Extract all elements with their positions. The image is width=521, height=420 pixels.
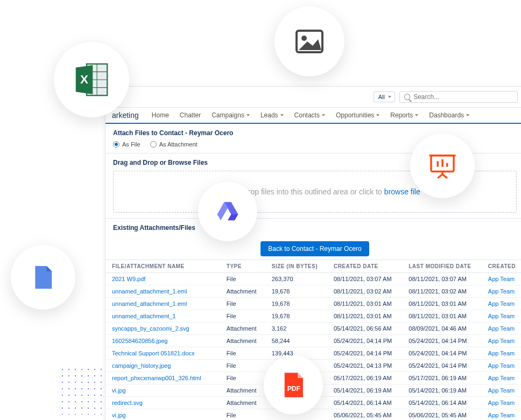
attach-title: Attach Files to Contact - Reymar Ocero <box>113 129 517 137</box>
cell-type: Attachment <box>220 285 265 298</box>
cell-name: vi.jpg <box>105 409 220 421</box>
creator-link[interactable]: App Team <box>488 400 515 406</box>
search-icon <box>404 94 410 100</box>
cell-creator: App Team <box>482 285 521 298</box>
nav-item-label: Contacts <box>294 111 320 119</box>
radio-as-file[interactable]: As File <box>113 141 140 148</box>
cell-creator: App Team <box>482 298 521 310</box>
cell-size: 3,162 <box>265 323 327 335</box>
table-row: Technical Support 051821.docxFile139,443… <box>105 347 521 360</box>
creator-link[interactable]: App Team <box>488 325 515 332</box>
file-link[interactable]: 2021 W9.pdf <box>112 276 145 282</box>
creator-link[interactable]: App Team <box>488 276 515 282</box>
nav-item-leads[interactable]: Leads <box>255 111 289 119</box>
table-row: 1602584620856.jpegAttachment58,24405/24/… <box>105 335 521 347</box>
cell-creator: App Team <box>482 335 521 347</box>
table-header-row: File/Attachment Name Type Size (in Bytes… <box>105 260 521 273</box>
cell-modified: 08/11/2021, 03:07 AM <box>402 273 482 285</box>
nav-item-chatter[interactable]: Chatter <box>174 111 206 119</box>
nav-item-label: Dashboards <box>429 111 464 119</box>
nav-item-contacts[interactable]: Contacts <box>289 111 330 119</box>
cell-modified: 05/24/2021, 04:14 PM <box>402 347 482 360</box>
file-link[interactable]: vi.jpg <box>112 387 126 394</box>
cell-name: report_phxcxmanwp001_326.html <box>105 372 220 384</box>
chevron-down-icon <box>322 114 325 116</box>
cell-type: Attachment <box>220 323 265 335</box>
col-size: Size (in Bytes) <box>265 260 327 273</box>
creator-link[interactable]: App Team <box>488 375 515 381</box>
table-row: vi.jpgFile05/06/2021, 05:45 AM05/06/2021… <box>105 409 521 421</box>
cell-created: 08/11/2021, 03:01 AM <box>327 310 402 323</box>
cell-created: 05/14/2021, 06:19 AM <box>327 384 402 397</box>
file-link[interactable]: syncapps_by_cazoomi_2.svg <box>112 325 189 332</box>
table-row: unnamed_attachment_1.emlAttachment19,678… <box>105 285 521 298</box>
table-row: syncapps_by_cazoomi_2.svgAttachment3,162… <box>105 323 521 335</box>
search-input[interactable] <box>413 93 513 101</box>
cell-creator: App Team <box>482 360 521 372</box>
cell-creator: App Team <box>482 323 521 335</box>
creator-link[interactable]: App Team <box>488 288 515 295</box>
cell-size: 19,678 <box>265 310 327 323</box>
file-link[interactable]: vi.jpg <box>112 412 126 418</box>
cell-modified: 05/17/2021, 06:19 AM <box>402 372 482 384</box>
cell-modified: 08/09/2021, 04:46 AM <box>402 323 482 335</box>
creator-link[interactable]: App Team <box>488 300 515 307</box>
back-to-contact-button[interactable]: Back to Contact - Reymar Ocero <box>260 241 369 256</box>
file-link[interactable]: 1602584620856.jpeg <box>112 338 167 344</box>
cell-name: Technical Support 051821.docx <box>105 347 220 360</box>
cell-modified: 05/24/2021, 04:14 PM <box>402 335 482 347</box>
file-link[interactable]: unnamed_attachment_1.eml <box>112 288 187 295</box>
cell-creator: App Team <box>482 273 521 285</box>
nav-item-label: Reports <box>390 111 413 119</box>
col-created: Created Date <box>327 260 402 273</box>
file-link[interactable]: Technical Support 051821.docx <box>112 350 195 356</box>
creator-link[interactable]: App Team <box>488 412 515 418</box>
cell-size: 19,678 <box>265 298 327 310</box>
nav-item-campaigns[interactable]: Campaigns <box>206 111 255 119</box>
cell-modified: 08/11/2021, 03:02 AM <box>402 285 482 298</box>
nav-item-home[interactable]: Home <box>146 111 174 119</box>
cell-type: File <box>220 298 265 310</box>
nav-item-reports[interactable]: Reports <box>385 111 424 119</box>
chevron-down-icon <box>247 114 250 116</box>
cell-name: vi.jpg <box>105 384 220 397</box>
existing-title: Existing Attachments/Files <box>113 224 517 232</box>
file-link[interactable]: redirect.svg <box>112 400 143 406</box>
radio-as-attachment[interactable]: As Attachment <box>150 141 198 148</box>
col-creator: Created <box>482 260 521 273</box>
browse-file-link[interactable]: browse file <box>384 187 420 196</box>
creator-link[interactable]: App Team <box>488 350 515 356</box>
cell-creator: App Team <box>482 372 521 384</box>
cell-creator: App Team <box>482 397 521 409</box>
cell-modified: 05/14/2021, 06:14 AM <box>402 397 482 409</box>
file-link[interactable]: report_phxcxmanwp001_326.html <box>112 375 201 381</box>
global-search[interactable] <box>399 91 518 103</box>
creator-link[interactable]: App Team <box>488 362 515 369</box>
file-link[interactable]: unnamed_attachment_1 <box>112 313 176 319</box>
cell-name: 1602584620856.jpeg <box>105 335 220 347</box>
radio-as-attachment-label: As Attachment <box>159 141 198 148</box>
nav-item-dashboards[interactable]: Dashboards <box>424 111 475 119</box>
excel-icon: X <box>54 42 129 117</box>
table-row: unnamed_attachment_1File19,67808/11/2021… <box>105 310 521 323</box>
cell-name: unnamed_attachment_1.eml <box>105 298 220 310</box>
chevron-down-icon <box>280 114 284 116</box>
nav-bar: arketing HomeChatterCampaignsLeadsContac… <box>105 108 521 124</box>
cell-modified: 05/24/2021, 04:14 PM <box>402 360 482 372</box>
creator-link[interactable]: App Team <box>488 338 515 344</box>
cell-name: 2021 W9.pdf <box>105 273 220 285</box>
search-scope-value: All <box>378 94 385 100</box>
top-bar: All <box>105 87 521 108</box>
col-type: Type <box>220 260 265 273</box>
cell-name: campaign_history.jpeg <box>105 360 220 372</box>
nav-item-opportunities[interactable]: Opportunities <box>330 111 385 119</box>
creator-link[interactable]: App Team <box>488 313 515 319</box>
cell-type: File <box>220 360 265 372</box>
cell-creator: App Team <box>482 384 521 397</box>
file-link[interactable]: campaign_history.jpeg <box>112 362 171 369</box>
creator-link[interactable]: App Team <box>488 387 515 394</box>
cell-created: 05/24/2021, 04:13 PM <box>327 360 402 372</box>
search-scope-select[interactable]: All <box>374 92 395 102</box>
existing-section: Existing Attachments/Files Back to Conta… <box>105 219 521 260</box>
file-link[interactable]: unnamed_attachment_1.eml <box>112 300 187 307</box>
